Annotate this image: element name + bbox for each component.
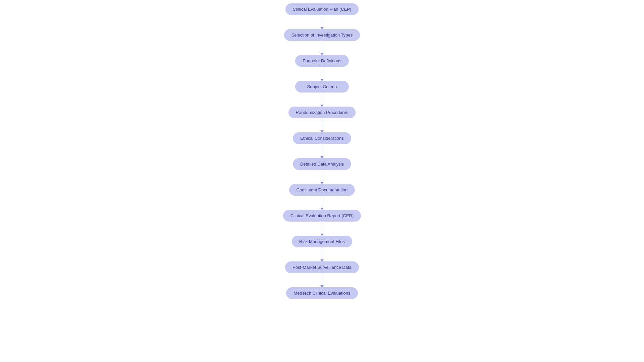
connector-risk xyxy=(322,247,322,261)
connector-consistent xyxy=(322,196,322,210)
flow-node-selection[interactable]: Selection of Investigation Types xyxy=(284,29,360,41)
flow-node-subject[interactable]: Subject Criteria xyxy=(295,81,349,93)
flow-node-ethical[interactable]: Ethical Considerations xyxy=(293,132,351,144)
flow-node-postmarket[interactable]: Post-Market Surveillance Data xyxy=(285,261,359,273)
connector-detailed xyxy=(322,170,322,184)
flow-node-randomization[interactable]: Randomization Procedures xyxy=(288,107,356,118)
flow-node-cep[interactable]: Clinical Evaluation Plan (CEP) xyxy=(285,3,359,15)
connector-postmarket xyxy=(322,273,322,287)
connector-subject xyxy=(322,93,322,107)
connector-selection xyxy=(322,41,322,55)
connector-ethical xyxy=(322,144,322,158)
flow-node-endpoint[interactable]: Endpoint Definitions xyxy=(295,55,349,67)
flow-node-medtech[interactable]: MedTech Clinical Evaluations xyxy=(286,287,358,299)
flow-node-cer[interactable]: Clinical Evaluation Report (CER) xyxy=(283,210,361,222)
connector-endpoint xyxy=(322,67,322,81)
flow-node-risk[interactable]: Risk Management Files xyxy=(292,236,352,247)
connector-randomization xyxy=(322,118,322,132)
flow-node-consistent[interactable]: Consistent Documentation xyxy=(289,184,355,196)
connector-cer xyxy=(322,222,322,236)
flowchart-container: Clinical Evaluation Plan (CEP)Selection … xyxy=(0,0,644,299)
flow-node-detailed[interactable]: Detailed Data Analysis xyxy=(293,158,351,170)
connector-cep xyxy=(322,15,322,29)
